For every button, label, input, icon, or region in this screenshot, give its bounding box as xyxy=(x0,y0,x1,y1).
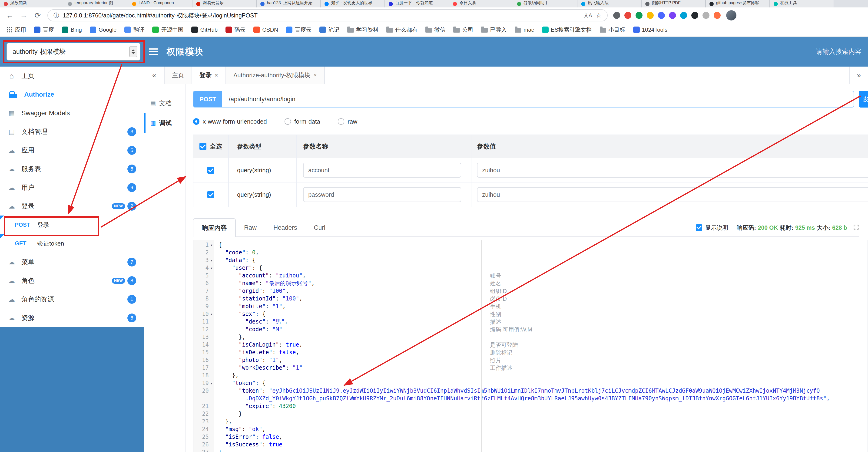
profile-avatar[interactable] xyxy=(726,10,737,21)
sidebar-item[interactable]: 角色的资源 1 xyxy=(0,290,144,309)
browser-tab[interactable]: 讯飞输入法 xyxy=(578,0,642,7)
fold-caret[interactable]: ▾ xyxy=(209,310,214,318)
response-tab[interactable]: Curl xyxy=(305,219,334,236)
more-tabs-button[interactable]: » xyxy=(849,66,868,84)
extension-icon[interactable] xyxy=(669,12,676,19)
browser-tab[interactable]: 百度一下，你就知道 xyxy=(385,0,449,7)
bookmark-item[interactable]: GitHub xyxy=(191,27,218,33)
extension-icon[interactable] xyxy=(624,12,631,19)
fold-caret[interactable]: ▾ xyxy=(209,379,214,387)
browser-tab[interactable]: temporary-Interior 图… xyxy=(64,0,128,7)
browser-tab[interactable]: 谷歌访问助手 xyxy=(513,0,578,7)
sidebar-item[interactable]: Swagger Models xyxy=(0,104,144,122)
content-type-radio[interactable]: form-data xyxy=(284,118,320,125)
bookmark-item[interactable]: CSDN xyxy=(253,27,278,33)
sidebar-item[interactable]: 登录 NEW 2 xyxy=(0,197,144,216)
fullscreen-icon[interactable] xyxy=(854,219,859,236)
reload-icon[interactable]: ⟳ xyxy=(33,11,42,20)
param-name-input[interactable] xyxy=(303,187,461,202)
extension-icon[interactable] xyxy=(636,12,643,19)
browser-tab[interactable]: 今日头条 xyxy=(449,0,513,7)
browser-tab[interactable]: LAND - Componen… xyxy=(128,0,192,7)
extension-icon[interactable] xyxy=(613,12,620,19)
bookmark-item[interactable]: 翻译 xyxy=(124,26,144,33)
sidebar-item[interactable]: 主页 xyxy=(0,66,144,85)
row-checkbox[interactable] xyxy=(207,191,214,198)
doc-tab[interactable]: 主页 xyxy=(164,66,192,84)
translate-icon[interactable]: 文A xyxy=(584,12,592,19)
sidebar-item[interactable]: 应用 5 xyxy=(0,141,144,160)
content-type-radio[interactable]: x-www-form-urlencoded xyxy=(193,118,267,125)
subnav-tab[interactable]: 文档 xyxy=(144,93,186,113)
bookmark-item[interactable]: mac xyxy=(515,27,534,33)
bookmark-item[interactable]: 微信 xyxy=(425,26,445,33)
fold-caret[interactable]: ▾ xyxy=(209,241,214,249)
show-desc-checkbox[interactable] xyxy=(696,224,702,231)
sidebar-item[interactable]: 资源 6 xyxy=(0,309,144,327)
response-tab[interactable]: Raw xyxy=(236,219,265,236)
response-tab[interactable]: Headers xyxy=(265,219,305,236)
close-tab-icon[interactable]: × xyxy=(314,66,317,84)
bookmark-item[interactable]: 码云 xyxy=(225,26,246,33)
bookmark-item[interactable]: 百度云 xyxy=(286,26,311,33)
browser-tab[interactable]: 知乎 - 发现更大的世界 xyxy=(321,0,385,7)
module-select[interactable]: authority-权限模块 xyxy=(6,43,141,60)
response-tab[interactable]: 响应内容 xyxy=(193,218,236,237)
sidebar-item[interactable]: Authorize xyxy=(0,85,144,104)
doc-tab[interactable]: 登录 × xyxy=(192,66,226,84)
show-desc-toggle[interactable]: 显示说明 xyxy=(696,219,728,236)
menu-toggle-icon[interactable] xyxy=(149,49,158,55)
bookmark-item[interactable]: 开源中国 xyxy=(152,26,183,33)
bookmark-item[interactable]: 学习资料 xyxy=(347,26,378,33)
collapse-tabs-button[interactable]: « xyxy=(144,66,164,84)
extension-icon[interactable] xyxy=(691,12,698,19)
bookmark-item[interactable]: Bing xyxy=(62,27,82,33)
param-value-input[interactable] xyxy=(477,187,868,202)
browser-tab[interactable]: 图解HTTP PDF xyxy=(642,0,706,7)
browser-tab[interactable]: github pages+发布博客 xyxy=(706,0,770,7)
browser-tab[interactable]: 网易云音乐 xyxy=(192,0,257,7)
bookmark-item[interactable]: 百度 xyxy=(34,26,54,33)
extension-icon[interactable] xyxy=(647,12,654,19)
sidebar-item[interactable]: 服务表 6 xyxy=(0,160,144,178)
bookmark-item[interactable]: ES搜索引擎文档 xyxy=(542,26,592,33)
browser-tab[interactable]: 温故知新 xyxy=(0,0,64,7)
content-type-radio[interactable]: raw xyxy=(338,118,357,125)
fold-caret[interactable]: ▾ xyxy=(209,264,214,272)
page-info-icon[interactable]: ⓘ xyxy=(54,12,59,19)
browser-tab[interactable]: hao123_上网从这里开始 xyxy=(257,0,321,7)
select-all-checkbox[interactable] xyxy=(199,143,207,150)
bookmark-item[interactable]: 已导入 xyxy=(481,26,507,33)
forward-icon[interactable]: → xyxy=(20,11,28,20)
sidebar-endpoint[interactable]: GET 验证token xyxy=(0,234,144,253)
extension-icon[interactable] xyxy=(714,12,721,19)
extension-icon[interactable] xyxy=(680,12,687,19)
browser-tab[interactable]: 在线工具 xyxy=(770,0,834,7)
sidebar-item[interactable]: 文档管理 3 xyxy=(0,122,144,141)
sidebar-item[interactable]: 角色 NEW 8 xyxy=(0,272,144,290)
bookmark-item[interactable]: 什么都有 xyxy=(386,26,417,33)
back-icon[interactable]: ← xyxy=(6,11,14,20)
bookmark-item[interactable]: 笔记 xyxy=(319,26,339,33)
extension-icon[interactable] xyxy=(703,12,710,19)
extension-icon[interactable] xyxy=(658,12,665,19)
bookmark-item[interactable]: 小目标 xyxy=(600,26,625,33)
bookmark-star-icon[interactable]: ☆ xyxy=(596,12,601,19)
sidebar-item[interactable]: 用户 9 xyxy=(0,178,144,197)
bookmark-item[interactable]: 应用 xyxy=(6,26,26,33)
sidebar-item[interactable]: 菜单 7 xyxy=(0,253,144,272)
param-name-input[interactable] xyxy=(303,163,461,177)
address-bar[interactable]: ⓘ 127.0.0.1:8760/api/gate/doc.html#/auth… xyxy=(48,9,608,21)
close-tab-icon[interactable]: × xyxy=(215,66,218,84)
param-value-input[interactable] xyxy=(477,163,868,177)
row-checkbox[interactable] xyxy=(207,167,214,174)
fold-caret[interactable]: ▾ xyxy=(209,256,214,264)
sidebar-endpoint[interactable]: POST 登录 xyxy=(0,216,144,234)
response-code-editor[interactable]: 1▾{2 "code": 0,3▾ "data": {4▾ "user": {5… xyxy=(193,240,868,452)
bookmark-item[interactable]: Google xyxy=(90,27,117,33)
url-text[interactable]: 127.0.0.1:8760/api/gate/doc.html#/author… xyxy=(63,12,580,19)
header-search-input[interactable] xyxy=(759,48,862,55)
send-button[interactable]: 发送 xyxy=(859,91,868,108)
bookmark-item[interactable]: 1024Tools xyxy=(633,27,668,33)
bookmark-item[interactable]: 公司 xyxy=(453,26,473,33)
